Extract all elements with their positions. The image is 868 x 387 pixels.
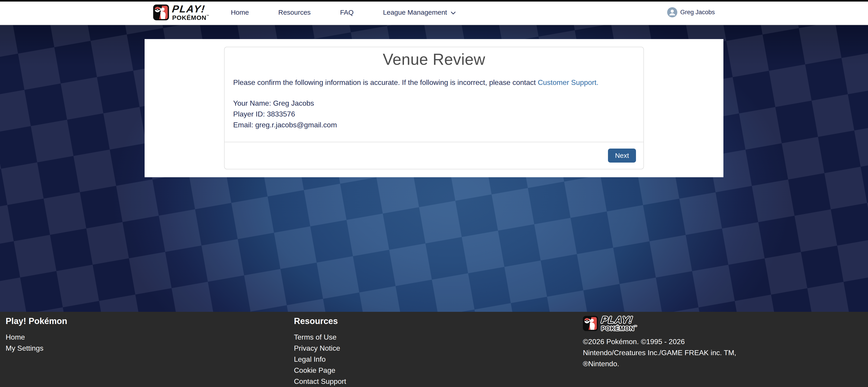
footer-link-cookie-page[interactable]: Cookie Page (294, 365, 346, 376)
footer-play-pokemon-logo[interactable]: PLAY! POKÉMON™ (583, 315, 750, 332)
copyright-line-3: ®Nintendo. (583, 358, 750, 369)
footer-link-my-settings[interactable]: My Settings (6, 343, 67, 354)
confirm-instructions: Please confirm the following information… (233, 77, 635, 87)
info-email: Email: greg.r.jacobs@gmail.com (233, 120, 635, 130)
footer-col-resources: Resources Terms of Use Privacy Notice Le… (294, 316, 346, 387)
footer-heading-play-pokemon: Play! Pokémon (6, 316, 67, 326)
logo-pokemon-text: POKÉMON™ (601, 325, 637, 332)
next-button[interactable]: Next (608, 149, 636, 163)
main-nav: Home Resources FAQ League Management (231, 8, 457, 16)
venue-review-card: Venue Review Please confirm the followin… (224, 47, 644, 169)
pokeball-trainer-badge-icon (583, 316, 598, 331)
header-inner: PLAY! POKÉMON™ Home Resources FAQ League… (145, 2, 723, 23)
checkered-background: Venue Review Please confirm the followin… (0, 25, 868, 312)
top-black-bar (0, 0, 868, 2)
content-panel: Venue Review Please confirm the followin… (145, 39, 723, 177)
copyright-line-2: Nintendo/Creatures Inc./GAME FREAK inc. … (583, 347, 750, 358)
trademark-symbol: ™ (207, 14, 209, 18)
logo-wordmark: PLAY! POKÉMON™ (601, 315, 637, 332)
chevron-down-icon (450, 8, 457, 16)
copyright-line-1: ©2026 Pokémon. ©1995 - 2026 (583, 336, 750, 347)
user-avatar-icon (667, 7, 677, 18)
copyright-text: ©2026 Pokémon. ©1995 - 2026 Nintendo/Cre… (583, 336, 750, 369)
logo-play-text: PLAY! (601, 315, 638, 325)
trademark-symbol: ™ (634, 325, 637, 328)
logo-wordmark: PLAY! POKÉMON™ (172, 4, 209, 21)
card-body: Venue Review Please confirm the followin… (224, 47, 644, 142)
footer-link-legal-info[interactable]: Legal Info (294, 354, 346, 365)
nav-item-league-management[interactable]: League Management (383, 8, 457, 16)
pokeball-trainer-badge-icon (153, 4, 169, 20)
nav-item-faq[interactable]: FAQ (340, 8, 353, 16)
site-footer: Play! Pokémon Home My Settings Resources… (0, 312, 868, 387)
play-pokemon-logo[interactable]: PLAY! POKÉMON™ (153, 4, 209, 21)
footer-link-contact-support[interactable]: Contact Support (294, 376, 346, 387)
card-footer: Next (224, 142, 644, 169)
user-name: Greg Jacobs (680, 9, 715, 16)
site-header: PLAY! POKÉMON™ Home Resources FAQ League… (0, 2, 868, 25)
nav-item-resources[interactable]: Resources (278, 8, 311, 16)
nav-item-home[interactable]: Home (231, 8, 249, 16)
footer-col-play-pokemon: Play! Pokémon Home My Settings (6, 316, 67, 354)
customer-support-link[interactable]: Customer Support (538, 78, 596, 87)
footer-heading-resources: Resources (294, 316, 346, 326)
logo-play-text: PLAY! (172, 4, 210, 14)
footer-col-legal: PLAY! POKÉMON™ ©2026 Pokémon. ©1995 - 20… (583, 315, 750, 369)
footer-link-terms-of-use[interactable]: Terms of Use (294, 332, 346, 343)
footer-link-privacy-notice[interactable]: Privacy Notice (294, 343, 346, 354)
info-player-id: Player ID: 3833576 (233, 108, 635, 120)
footer-link-home[interactable]: Home (6, 332, 67, 343)
info-your-name: Your Name: Greg Jacobs (233, 98, 635, 108)
page-title: Venue Review (233, 50, 635, 69)
user-menu[interactable]: Greg Jacobs (667, 7, 715, 18)
logo-pokemon-text: POKÉMON™ (172, 14, 209, 21)
